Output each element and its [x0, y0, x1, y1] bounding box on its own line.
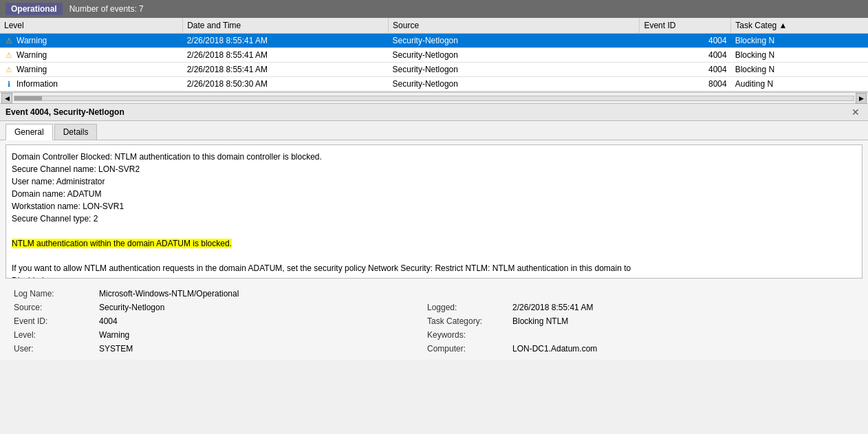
table-row[interactable]: ⚠Warning2/26/2018 8:55:41 AMSecurity-Net…: [0, 63, 868, 77]
task-category-value: Blocking NTLM: [507, 314, 857, 328]
cell-datetime: 2/26/2018 8:50:30 AM: [183, 77, 389, 91]
highlighted-message: NTLM authentication within the domain AD…: [12, 239, 232, 248]
user-label: User:: [11, 342, 94, 356]
logged-value: 2/26/2018 8:55:41 AM: [507, 301, 857, 314]
event-id-value: 4004: [94, 314, 424, 328]
event-count: Number of events: 7: [69, 4, 144, 14]
horizontal-scrollbar[interactable]: ◀ ▶: [0, 92, 868, 103]
level-text: Warning: [17, 36, 47, 45]
warning-icon: ⚠: [4, 50, 14, 60]
metadata-grid: Log Name: Microsoft-Windows-NTLM/Operati…: [0, 283, 868, 360]
cell-task-category: Blocking N: [731, 63, 868, 77]
level-text: Warning: [17, 65, 47, 74]
cell-level: ℹInformation: [0, 77, 183, 91]
cell-event-id: 8004: [640, 77, 731, 91]
source-value: Security-Netlogon: [94, 301, 424, 314]
keywords-value: [507, 328, 857, 342]
cell-level: ⚠Warning: [0, 63, 183, 77]
level-text: Warning: [17, 50, 47, 60]
scroll-right-arrow[interactable]: ▶: [856, 93, 867, 104]
detail-title-bar: Event 4004, Security-Netlogon ✕: [0, 104, 868, 121]
level-label: Level:: [11, 328, 94, 342]
col-header-datetime[interactable]: Date and Time: [183, 18, 389, 34]
task-category-label: Task Category:: [424, 314, 507, 328]
source-label: Source:: [11, 301, 94, 314]
message-line: Domain Controller Blocked: NTLM authenti…: [12, 151, 856, 163]
table-row[interactable]: ⚠Warning2/26/2018 8:55:41 AMSecurity-Net…: [0, 48, 868, 63]
cell-task-category: Auditing N: [731, 77, 868, 91]
cell-source: Security-Netlogon: [389, 34, 640, 48]
cell-task-category: Blocking N: [731, 48, 868, 63]
message-line: If you want to allow NTLM authentication…: [12, 262, 856, 274]
message-line: Workstation name: LON-SVR1: [12, 200, 856, 213]
message-line: Domain name: ADATUM: [12, 188, 856, 200]
tab-details[interactable]: Details: [54, 124, 98, 140]
message-line: Secure Channel type: 2: [12, 213, 856, 225]
cell-datetime: 2/26/2018 8:55:41 AM: [183, 34, 389, 48]
message-line: Disabled.: [12, 274, 856, 279]
cell-task-category: Blocking N: [731, 34, 868, 48]
message-line: Secure Channel name: LON-SVR2: [12, 163, 856, 175]
table-row[interactable]: ⚠Warning2/26/2018 8:55:41 AMSecurity-Net…: [0, 34, 868, 48]
cell-datetime: 2/26/2018 8:55:41 AM: [183, 48, 389, 63]
level-value: Warning: [94, 328, 424, 342]
warning-icon: ⚠: [4, 65, 14, 74]
info-icon: ℹ: [4, 79, 14, 89]
cell-datetime: 2/26/2018 8:55:41 AM: [183, 63, 389, 77]
scroll-track[interactable]: [14, 96, 854, 101]
tab-general[interactable]: General: [6, 124, 53, 140]
detail-title: Event 4004, Security-Netlogon: [6, 107, 124, 117]
log-name-label: Log Name:: [11, 287, 94, 301]
cell-level: ⚠Warning: [0, 48, 183, 63]
cell-event-id: 4004: [640, 63, 731, 77]
event-table: Level Date and Time Source Event ID Task…: [0, 18, 868, 91]
detail-tabs: General Details: [0, 121, 868, 140]
cell-source: Security-Netlogon: [389, 63, 640, 77]
col-header-level[interactable]: Level: [0, 18, 183, 34]
event-table-container: Level Date and Time Source Event ID Task…: [0, 18, 868, 92]
level-text: Information: [17, 79, 58, 89]
cell-source: Security-Netlogon: [389, 77, 640, 91]
cell-level: ⚠Warning: [0, 34, 183, 48]
col-header-taskcateg[interactable]: Task Categ ▲: [731, 18, 868, 34]
table-header-row: Level Date and Time Source Event ID Task…: [0, 18, 868, 34]
warning-icon: ⚠: [4, 36, 14, 45]
detail-panel: Event 4004, Security-Netlogon ✕ General …: [0, 103, 868, 360]
logged-label: Logged:: [424, 301, 507, 314]
computer-label: Computer:: [424, 342, 507, 356]
message-line: User name: Administrator: [12, 175, 856, 188]
keywords-label: Keywords:: [424, 328, 507, 342]
message-area: Domain Controller Blocked: NTLM authenti…: [6, 144, 862, 279]
scroll-thumb[interactable]: [14, 96, 42, 100]
close-button[interactable]: ✕: [849, 107, 862, 118]
scroll-left-arrow[interactable]: ◀: [1, 93, 12, 104]
cell-event-id: 4004: [640, 48, 731, 63]
col-header-eventid[interactable]: Event ID: [640, 18, 731, 34]
computer-value: LON-DC1.Adatum.com: [507, 342, 857, 356]
table-row[interactable]: ℹInformation2/26/2018 8:50:30 AMSecurity…: [0, 77, 868, 91]
top-bar: Operational Number of events: 7: [0, 0, 868, 18]
cell-source: Security-Netlogon: [389, 48, 640, 63]
col-header-source[interactable]: Source: [389, 18, 640, 34]
user-value: SYSTEM: [94, 342, 424, 356]
log-name-label: Operational: [6, 3, 63, 15]
event-id-label: Event ID:: [11, 314, 94, 328]
log-name-value: Microsoft-Windows-NTLM/Operational: [94, 287, 857, 301]
cell-event-id: 4004: [640, 34, 731, 48]
